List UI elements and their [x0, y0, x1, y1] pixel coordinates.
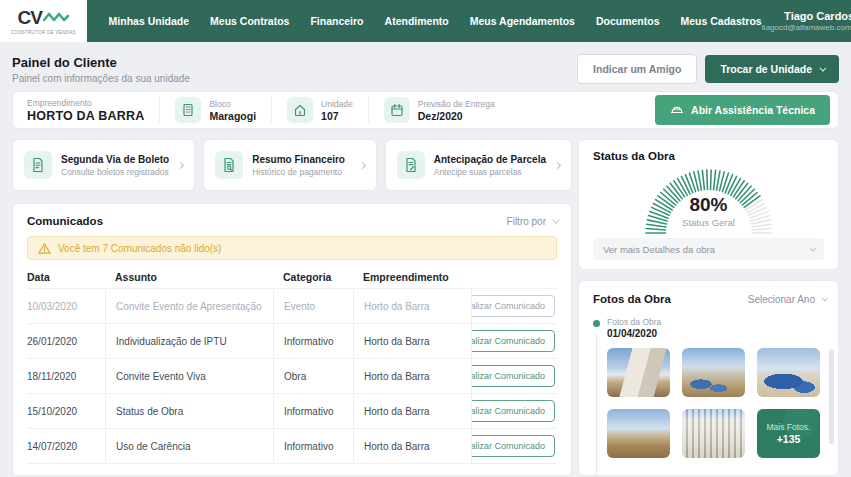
details-label: Ver mais Detalhes da obra — [603, 244, 715, 255]
nav-item-atendimento[interactable]: Atendimento — [385, 15, 449, 27]
warning-icon — [38, 242, 51, 255]
table-row: 26/01/2020 Individualização de IPTU Info… — [27, 324, 557, 359]
more-photos-tile[interactable]: Mais Fotos. +135 — [757, 409, 820, 458]
construction-photo[interactable] — [682, 348, 745, 397]
page-subtitle: Painel com informações da sua unidade — [12, 73, 190, 84]
card-resumo-financeiro[interactable]: Resumo Financeiro Histórico de pagamento — [203, 139, 377, 191]
quick-card-title: Resumo Financeiro — [252, 154, 345, 165]
timeline-date: 01/04/2020 — [607, 328, 826, 339]
switch-unit-label: Trocar de Unidade — [720, 63, 812, 75]
user-name: Tiago Cardoso — [762, 10, 851, 22]
comunicados-title: Comunicados — [27, 215, 103, 227]
open-technical-assistance-button[interactable]: Abir Assistência Técnica — [655, 95, 830, 125]
brand-logo[interactable]: CV CONSTRUTOR DE VENDAS — [0, 0, 87, 42]
col-header-assunto: Assunto — [105, 265, 273, 288]
construction-photo[interactable] — [682, 409, 745, 458]
chevron-down-icon — [809, 244, 816, 251]
top-navbar: CV CONSTRUTOR DE VENDAS Minhas Unidade M… — [0, 0, 851, 42]
progress-gauge: 80% Status Geral — [634, 164, 784, 236]
field-label: Bloco — [209, 99, 256, 109]
nav-item-meus-cadastros[interactable]: Meus Cadastros — [681, 15, 762, 27]
assist-button-label: Abir Assistência Técnica — [691, 104, 815, 116]
field-label: Previsão de Entrega — [418, 99, 495, 109]
table-header: Data Assunto Categoria Empreendimento — [27, 265, 557, 289]
col-header-categoria: Categoria — [273, 265, 353, 288]
construction-photo[interactable] — [607, 409, 670, 458]
cell-subject: Status de Obra — [105, 394, 273, 428]
select-year-dropdown[interactable]: Selecionar Ano — [748, 294, 826, 305]
timeline-line — [596, 333, 597, 476]
nav-item-meus-contratos[interactable]: Meus Contratos — [210, 15, 289, 27]
user-info[interactable]: Tiago Cardoso tiagocd@alfamaweb.com.br — [762, 10, 851, 32]
select-year-label: Selecionar Ano — [748, 294, 815, 305]
quick-card-subtitle: Antecipe suas parcelas — [434, 167, 546, 177]
view-communication-button[interactable]: Visualizar Comunicado — [471, 435, 555, 457]
alert-text: Você tem 7 Comunicados não lido(s) — [58, 243, 221, 254]
cell-category: Informativo — [273, 324, 353, 358]
scrollbar[interactable] — [829, 349, 834, 444]
quick-card-subtitle: Consulte boletos registrados — [61, 167, 169, 177]
page-header: Painel do Cliente Painel com informações… — [12, 47, 839, 91]
switch-unit-button[interactable]: Trocar de Unidade — [705, 55, 839, 83]
nav-item-financeiro[interactable]: Financeiro — [310, 15, 363, 27]
document-icon — [24, 151, 52, 179]
photo-timeline-entry: Fotos da Obra 01/04/2020 — [593, 317, 826, 339]
logo-wave-icon — [43, 11, 69, 25]
filter-label: Filtro por — [507, 216, 546, 227]
quick-card-title: Segunda Via de Boleto — [61, 154, 169, 165]
refer-friend-button[interactable]: Indicar um Amigo — [577, 54, 697, 84]
nav-item-meus-agendamentos[interactable]: Meus Agendamentos — [470, 15, 575, 27]
cell-date: 14/07/2020 — [27, 429, 105, 463]
filter-dropdown[interactable]: Filtro por — [507, 216, 557, 227]
cell-category: Obra — [273, 359, 353, 393]
quick-card-title: Antecipação de Parcela — [434, 154, 546, 165]
chevron-right-icon — [177, 161, 184, 168]
calendar-icon — [384, 97, 410, 123]
view-communication-button[interactable]: Visualizar Comunicado — [471, 365, 555, 387]
view-communication-button[interactable]: Visualizar Comunicado — [471, 330, 555, 352]
gauge-label: Status Geral — [634, 217, 784, 228]
construction-photo[interactable] — [757, 348, 820, 397]
cell-date: 26/01/2020 — [27, 324, 105, 358]
cell-project: Horto da Barra — [353, 324, 471, 358]
cell-project: Horto da Barra — [353, 289, 471, 323]
timeline-dot-icon — [593, 320, 600, 327]
cell-project: Horto da Barra — [353, 429, 471, 463]
field-label: Unidade — [321, 99, 353, 109]
view-communication-button[interactable]: Visualizar Comunicado — [471, 295, 555, 317]
chevron-down-icon — [819, 64, 826, 71]
nav-item-documentos[interactable]: Documentos — [596, 15, 660, 27]
field-value: 107 — [321, 110, 353, 122]
cell-project: Horto da Barra — [353, 359, 471, 393]
field-bloco: Bloco Maragogi — [159, 97, 271, 123]
col-header-data: Data — [27, 265, 105, 288]
status-obra-panel: Status da Obra 80% Status Geral Ver mais… — [578, 139, 839, 270]
field-label: Empreendimento — [27, 98, 144, 108]
card-segunda-via-boleto[interactable]: Segunda Via de Boleto Consulte boletos r… — [12, 139, 195, 191]
logo-subtitle: CONSTRUTOR DE VENDAS — [11, 30, 76, 35]
user-area: Tiago Cardoso tiagocd@alfamaweb.com.br — [762, 0, 851, 42]
timeline-label: Fotos da Obra — [607, 317, 826, 327]
more-photos-count: +135 — [777, 433, 801, 445]
nav-item-minhas-unidade[interactable]: Minhas Unidade — [109, 15, 190, 27]
cell-category: Informativo — [273, 394, 353, 428]
fotos-obra-panel: Fotos da Obra Selecionar Ano Fotos da Ob… — [578, 280, 839, 476]
more-photos-label: Mais Fotos. — [767, 422, 811, 432]
view-more-details-select[interactable]: Ver mais Detalhes da obra — [593, 238, 824, 260]
table-row: 15/10/2020 Status de Obra Informativo Ho… — [27, 394, 557, 429]
comunicados-panel: Comunicados Filtro por Você tem 7 Comuni… — [12, 203, 572, 476]
unit-info-bar: Empreendimento HORTO DA BARRA Bloco Mara… — [12, 91, 839, 129]
quick-card-subtitle: Histórico de pagamento — [252, 167, 345, 177]
card-antecipacao-parcela[interactable]: Antecipação de Parcela Antecipe suas par… — [385, 139, 572, 191]
cell-date: 10/03/2020 — [27, 289, 105, 323]
field-previsao-entrega: Previsão de Entrega Dez/2020 — [368, 97, 510, 123]
house-icon — [287, 97, 313, 123]
hard-hat-icon — [670, 103, 684, 117]
table-row: 18/11/2020 Convite Evento Viva Obra Hort… — [27, 359, 557, 394]
view-communication-button[interactable]: Visualizar Comunicado — [471, 400, 555, 422]
building-icon — [175, 97, 201, 123]
cell-subject: Individualização de IPTU — [105, 324, 273, 358]
cell-date: 18/11/2020 — [27, 359, 105, 393]
col-header-empreendimento: Empreendimento — [353, 265, 471, 288]
construction-photo[interactable] — [607, 348, 670, 397]
